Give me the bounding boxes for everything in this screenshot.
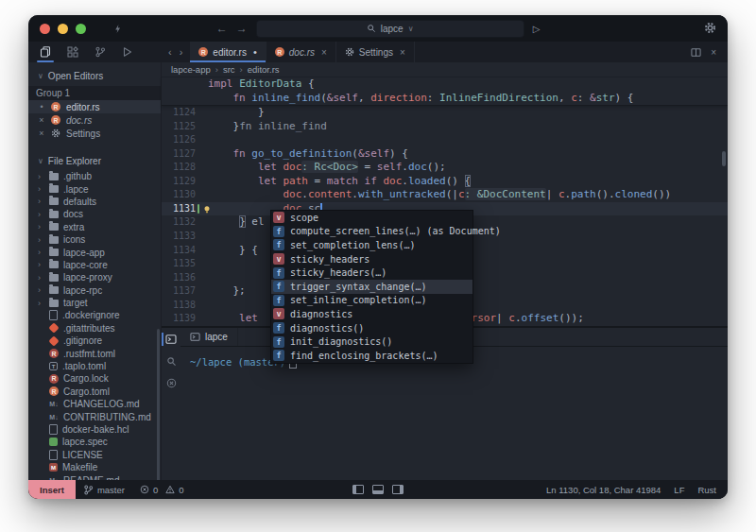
zoom-window-button[interactable] [76,24,86,34]
completion-label: sticky_headers [290,254,369,265]
code-line[interactable]: 1124 } [162,106,728,120]
file-tree-item[interactable]: RCargo.toml [28,386,161,398]
file-tree-item[interactable]: ›defaults [28,196,161,208]
code-line[interactable]: 1129 let path = match if doc.loaded() { [162,175,728,189]
open-editors-header[interactable]: ∨ Open Editors [28,68,161,83]
tab-editor-rs[interactable]: Reditor.rs• [190,42,266,62]
breadcrumb-segment[interactable]: editor.rs [248,64,280,75]
completion-item[interactable]: fsticky_headers(…) [271,266,472,280]
dirty-dot: • [38,102,45,112]
file-tree-item[interactable]: MMakefile [28,461,161,473]
back-button[interactable]: ← [216,23,228,34]
tabs-back-icon[interactable]: ‹ [168,46,172,58]
tabs-forward-icon[interactable]: › [180,46,183,58]
completion-item[interactable]: fcompute_screen_lines(…) (as Document) [271,225,472,239]
minimize-window-button[interactable] [58,24,68,34]
sidebar-scrollbar[interactable] [157,329,160,480]
close-window-button[interactable] [40,24,50,34]
open-editor-item[interactable]: •Reditor.rs [28,100,161,113]
forward-button[interactable]: → [236,23,248,34]
code-text: fn go_to_definition(&self) { [208,147,728,162]
debug-icon[interactable] [122,42,133,62]
file-tree-item[interactable]: ›lapce-core [28,259,161,271]
close-file-icon[interactable]: × [38,129,45,138]
completion-item[interactable]: vscope [271,211,472,225]
tab-doc-rs[interactable]: Rdoc.rs× [266,42,336,62]
toggle-left-panel-icon[interactable] [352,485,364,494]
close-tab-icon[interactable]: × [321,47,327,58]
file-tree-item[interactable]: .gitignore [28,335,161,347]
breadcrumb[interactable]: lapce-app›src›editor.rs [162,62,728,77]
file-tree-item[interactable]: T.taplo.toml [28,360,161,372]
branch-indicator[interactable]: master [76,480,132,499]
close-tab-icon[interactable]: × [400,47,405,58]
completion-label: init_diagnostics() [290,336,392,347]
close-file-icon[interactable]: × [38,115,45,125]
completion-item[interactable]: fset_inline_completion(…) [271,294,472,308]
completion-item[interactable]: ftrigger_syntax_change(…) [271,280,472,294]
file-tree-item[interactable]: docker-bake.hcl [28,423,161,436]
file-tree-item[interactable]: lapce.spec [28,436,161,448]
terminal-panel-icon[interactable] [162,334,180,345]
open-editor-item[interactable]: ×Rdoc.rs [28,113,161,127]
completion-item[interactable]: finit_diagnostics() [271,335,472,349]
explorer-icon[interactable] [40,42,51,62]
editor-scrollbar[interactable] [722,151,726,166]
file-tree-item[interactable]: .dockerignore [28,309,161,321]
file-tree-item[interactable]: ›.github [28,170,161,182]
file-name: docker-bake.hcl [62,424,129,435]
file-tree-item[interactable]: M↓CONTRIBUTING.md [28,410,161,422]
language-mode[interactable]: Rust [697,485,716,495]
file-tree-item[interactable]: RCargo.lock [28,372,161,385]
completion-item[interactable]: fset_completion_lens(…) [271,238,472,252]
line-ending[interactable]: LF [674,485,684,495]
problems-panel-icon[interactable] [162,378,180,388]
settings-gear-icon[interactable] [704,22,716,34]
file-tree-item[interactable]: LICENSE [28,449,161,461]
code-text: impl EditorData { [208,77,728,92]
completion-item[interactable]: ffind_enclosing_brackets(…) [271,349,472,363]
file-name: icons [63,234,85,245]
file-tree-item[interactable]: ›lapce-rpc [28,284,161,297]
lightbulb-icon[interactable] [202,204,212,215]
split-editor-icon[interactable] [691,47,701,58]
completion-item[interactable]: vsticky_headers [271,252,472,266]
run-button[interactable]: ▷ [533,24,541,34]
command-palette-search[interactable]: lapce ∨ [256,20,524,38]
file-explorer-header[interactable]: ∨ File Explorer [28,153,161,168]
plugin-icon[interactable] [67,42,78,62]
code-line[interactable]: 1127 fn go_to_definition(&self) { [162,147,728,162]
tab-settings[interactable]: Settings× [336,42,415,62]
file-tree-item[interactable]: ›.lapce [28,182,161,195]
file-tree-item[interactable]: R.rustfmt.toml [28,347,161,359]
chevron-down-icon: ∨ [38,157,43,165]
file-tree-item[interactable]: ›icons [28,233,161,246]
file-tree-item[interactable]: ›target [28,297,161,309]
tab-row: ‹ › Reditor.rs•Rdoc.rs×Settings× × [28,42,728,62]
completion-item[interactable]: vdiagnostics [271,307,472,321]
file-tree-item[interactable]: M↓README.md [28,473,161,480]
source-control-icon[interactable] [94,42,106,62]
file-tree-item[interactable]: M↓CHANGELOG.md [28,398,161,410]
breadcrumb-segment[interactable]: lapce-app [171,64,211,75]
cursor-position[interactable]: Ln 1130, Col 18, Char 41984 [546,485,661,495]
file-tree-item[interactable]: ›lapce-proxy [28,271,161,283]
mode-badge[interactable]: Insert [28,480,76,499]
file-tree-item[interactable]: ›lapce-app [28,246,161,258]
code-line[interactable]: 1126 [162,133,728,147]
close-editor-icon[interactable]: × [711,47,716,58]
code-line[interactable]: 1128 let doc: Rc<Doc> = self.doc(); [162,161,728,175]
code-line[interactable]: 1130 doc.content.with_untracked(|c: &Doc… [162,188,728,202]
file-tree-item[interactable]: ›docs [28,208,161,220]
code-line[interactable]: 1125 }fn inline_find [162,120,728,134]
breadcrumb-segment[interactable]: src [223,64,235,75]
file-tree-item[interactable]: .gitattributes [28,322,161,335]
search-panel-icon[interactable] [162,356,180,367]
open-editor-item[interactable]: ×Settings [28,127,161,140]
toggle-bottom-panel-icon[interactable] [372,485,384,494]
completion-item[interactable]: fdiagnostics() [271,321,472,335]
diagnostics-indicator[interactable]: 0 0 [132,480,192,499]
terminal-tab[interactable]: lapce [180,328,238,346]
toggle-right-panel-icon[interactable] [392,485,404,494]
file-tree-item[interactable]: ›extra [28,221,161,233]
